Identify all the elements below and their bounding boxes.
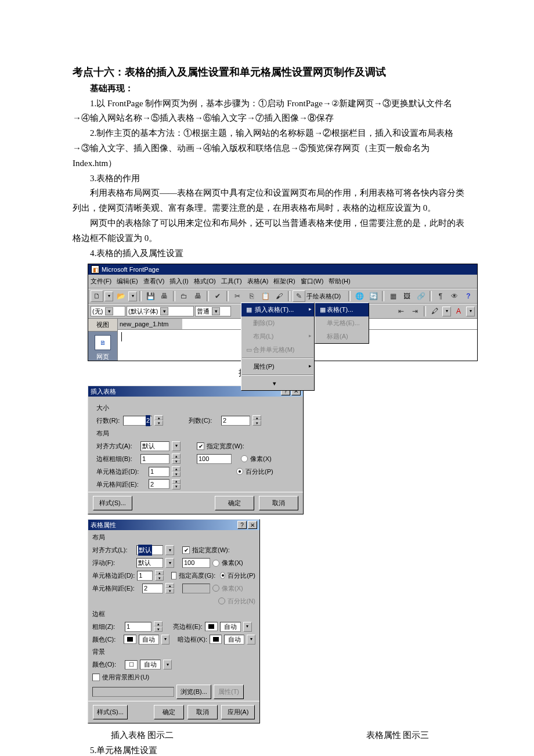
size-combo[interactable]: 普通▾ xyxy=(195,306,231,316)
indent-left-icon[interactable]: ⇤ xyxy=(395,305,407,317)
bgimg-check[interactable] xyxy=(92,674,100,681)
table-menu[interactable]: ▦ 插入表格(T)... ▸ 删除(D) 布局(L)▸ ▭合并单元格(M) 属性… xyxy=(241,303,315,390)
spec-width-check[interactable]: ✔ xyxy=(182,546,190,554)
open-icon[interactable]: 📂 xyxy=(114,290,127,302)
menu-table[interactable]: 表格(A) xyxy=(247,276,269,287)
dark-swatch[interactable] xyxy=(210,635,222,644)
width-input[interactable]: 100 xyxy=(197,454,232,464)
dark-dropdown-icon[interactable]: ▾ xyxy=(247,635,255,645)
light-swatch[interactable] xyxy=(205,622,218,631)
cols-spinner[interactable]: ▴▾ xyxy=(252,415,261,426)
submenu-table[interactable]: ▦表格(T)... xyxy=(315,303,369,316)
pixel-radio[interactable] xyxy=(241,455,248,462)
space-spinner[interactable]: ▴▾ xyxy=(172,479,181,489)
menu-format[interactable]: 格式(O) xyxy=(194,276,216,287)
percent-radio[interactable] xyxy=(220,572,225,579)
font-color-dropdown[interactable]: ▾ xyxy=(466,307,475,316)
format-painter-icon[interactable]: 🖌 xyxy=(273,290,286,302)
ok-button[interactable]: 确定 xyxy=(154,705,184,719)
width-input[interactable]: 100 xyxy=(182,558,210,568)
save-icon[interactable]: 💾 xyxy=(144,290,157,302)
menu-file[interactable]: 文件(F) xyxy=(91,276,111,287)
browse-button[interactable]: 浏览(B)... xyxy=(176,685,211,699)
fp-tab[interactable]: new_page_1.htm xyxy=(118,319,182,330)
light-dropdown-icon[interactable]: ▾ xyxy=(243,622,252,632)
rows-spinner[interactable]: ▴▾ xyxy=(154,415,163,426)
font-combo[interactable]: (默认字体)▾ xyxy=(127,306,194,316)
align-combo[interactable]: 默认 xyxy=(140,441,169,451)
draw-table-icon[interactable]: ✎ xyxy=(293,290,305,302)
insert-table-icon[interactable]: ▦ xyxy=(387,290,399,302)
toolbar-icon-b[interactable]: 🔄 xyxy=(367,290,380,302)
menu-view[interactable]: 查看(V) xyxy=(143,276,165,287)
insert-image-icon[interactable]: 🖼 xyxy=(400,290,413,302)
table-menu-props[interactable]: 属性(P)▸ xyxy=(241,360,314,373)
cols-input[interactable]: 2 xyxy=(221,416,250,426)
fp-menubar[interactable]: 文件(F) 编辑(E) 查看(V) 插入(I) 格式(O) 工具(T) 表格(A… xyxy=(88,275,477,289)
spec-width-check[interactable]: ✔ xyxy=(197,442,204,450)
menu-frame[interactable]: 框架(R) xyxy=(273,276,295,287)
page-icon[interactable]: 🗎 xyxy=(95,335,111,350)
print-icon[interactable]: 🖶 xyxy=(192,290,204,302)
pixel-radio[interactable] xyxy=(212,560,219,567)
style-button[interactable]: 样式(S)... xyxy=(93,496,132,510)
table-submenu[interactable]: ▦表格(T)... 单元格(E)... 标题(A) xyxy=(315,303,369,344)
bgcolor-swatch[interactable]: ☐ xyxy=(125,660,138,669)
sidebar-item-page[interactable]: 网页 xyxy=(88,351,117,362)
cancel-button[interactable]: 取消 xyxy=(259,496,298,510)
menu-help[interactable]: 帮助(H) xyxy=(329,276,350,287)
bcolor-dropdown-icon[interactable]: ▾ xyxy=(161,635,170,645)
style-combo[interactable]: (无)▾ xyxy=(91,306,125,316)
border-input[interactable]: 1 xyxy=(140,454,169,464)
spec-height-check[interactable] xyxy=(171,572,177,579)
menu-window[interactable]: 窗口(W) xyxy=(301,276,324,287)
float-dropdown-icon[interactable]: ▾ xyxy=(165,558,174,568)
bcolor-swatch[interactable] xyxy=(124,635,136,644)
space-input[interactable]: 2 xyxy=(149,479,169,489)
new-dropdown[interactable]: ▾ xyxy=(104,291,113,301)
menu-tools[interactable]: 工具(T) xyxy=(221,276,242,287)
align-combo[interactable]: 默认 xyxy=(136,545,163,555)
close-icon[interactable]: ✕ xyxy=(248,521,257,529)
help-icon[interactable]: ? xyxy=(462,290,475,302)
font-color-icon[interactable]: A xyxy=(452,305,465,317)
space-spinner[interactable]: ▴▾ xyxy=(165,583,174,593)
apply-button[interactable]: 应用(A) xyxy=(221,705,255,719)
border-spinner[interactable]: ▴▾ xyxy=(172,453,181,464)
pad-input[interactable]: 1 xyxy=(137,571,153,581)
percent-radio[interactable] xyxy=(236,468,243,475)
highlight-icon[interactable]: 🖍 xyxy=(428,305,441,317)
publish-icon[interactable]: 🖶 xyxy=(158,290,171,302)
table-menu-more[interactable]: ▾ xyxy=(241,377,314,390)
open-dropdown[interactable]: ▾ xyxy=(128,291,137,301)
cancel-button[interactable]: 取消 xyxy=(187,705,218,719)
paste-icon[interactable]: 📋 xyxy=(259,290,272,302)
bsize-spinner[interactable]: ▴▾ xyxy=(154,621,163,632)
pad-input[interactable]: 1 xyxy=(149,467,169,477)
folder-icon[interactable]: 🗀 xyxy=(178,290,190,302)
spell-icon[interactable]: ✔ xyxy=(211,290,224,302)
bsize-input[interactable]: 1 xyxy=(125,622,151,632)
indent-right-icon[interactable]: ⇥ xyxy=(409,305,421,317)
show-para-icon[interactable]: ¶ xyxy=(434,290,447,302)
copy-icon[interactable]: ⎘ xyxy=(245,290,258,302)
align-dropdown-icon[interactable]: ▾ xyxy=(172,441,181,451)
float-combo[interactable]: 默认 xyxy=(136,558,163,568)
ok-button[interactable]: 确定 xyxy=(215,496,254,510)
draw-table-label[interactable]: 手绘表格(D) xyxy=(306,291,341,302)
highlight-dropdown[interactable]: ▾ xyxy=(442,307,451,316)
toolbar-icon-a[interactable]: 🌐 xyxy=(353,290,366,302)
pad-spinner[interactable]: ▴▾ xyxy=(155,570,164,581)
show-all-icon[interactable]: 👁 xyxy=(448,290,461,302)
menu-edit[interactable]: 编辑(E) xyxy=(117,276,138,287)
help-button-icon[interactable]: ? xyxy=(237,521,247,529)
pad-spinner[interactable]: ▴▾ xyxy=(172,466,181,477)
rows-input[interactable]: 2 xyxy=(123,416,152,426)
style-button[interactable]: 样式(S)... xyxy=(93,705,128,719)
bgcolor-dropdown-icon[interactable]: ▾ xyxy=(163,660,172,669)
hyperlink-icon[interactable]: 🔗 xyxy=(414,290,427,302)
menu-insert[interactable]: 插入(I) xyxy=(169,276,188,287)
align-dropdown-icon[interactable]: ▾ xyxy=(165,545,174,555)
space-input[interactable]: 2 xyxy=(142,584,163,593)
table-menu-insert[interactable]: ▦ 插入表格(T)... ▸ xyxy=(241,303,314,316)
